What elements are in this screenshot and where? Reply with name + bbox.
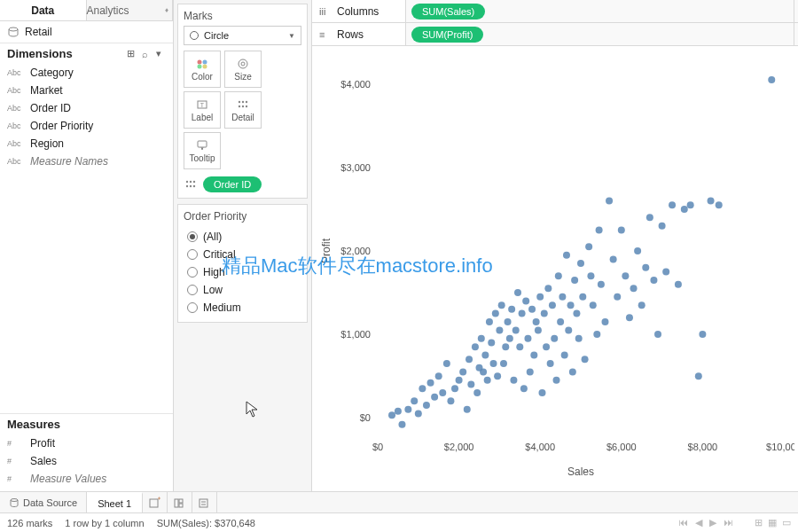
svg-point-126 [642, 264, 649, 271]
nav-next-icon[interactable]: ▶ [709, 517, 716, 528]
status-bar: 126 marks 1 row by 1 column SUM(Sales): … [0, 512, 798, 532]
field-name: Measure Names [30, 155, 108, 168]
svg-point-118 [610, 255, 617, 262]
view-cards-icon[interactable]: ⊞ [755, 517, 763, 528]
svg-point-90 [543, 343, 550, 350]
filter-option-label: Low [203, 284, 223, 296]
field-item[interactable]: #Profit [0, 434, 173, 452]
field-item[interactable]: AbcRegion [0, 135, 173, 153]
tab-analytics[interactable]: Analytics ♦ [87, 0, 174, 20]
svg-text:$2,000: $2,000 [340, 246, 371, 256]
marks-label-button[interactable]: T Label [184, 91, 221, 129]
svg-text:$3,000: $3,000 [340, 162, 371, 173]
new-story-button[interactable] [192, 492, 217, 512]
svg-point-55 [472, 343, 479, 350]
svg-text:$0: $0 [360, 412, 371, 423]
search-icon[interactable]: ⌕ [137, 49, 152, 59]
tooltip-icon [195, 139, 209, 152]
svg-point-104 [571, 277, 578, 284]
field-item[interactable]: AbcMeasure Names [0, 153, 173, 170]
field-item[interactable]: AbcCategory [0, 64, 173, 82]
rows-shelf-label: Rows [337, 28, 364, 41]
field-type-icon: Abc [7, 68, 25, 77]
rows-pill[interactable]: SUM(Profit) [411, 27, 483, 43]
data-source-label: Data Source [23, 497, 77, 508]
columns-pill[interactable]: SUM(Sales) [411, 4, 485, 20]
new-dashboard-button[interactable] [168, 492, 192, 512]
svg-rect-146 [200, 499, 207, 507]
svg-point-63 [488, 340, 495, 347]
filter-option-label: Critical [203, 248, 236, 261]
svg-point-59 [480, 368, 487, 375]
view-grid2-icon[interactable]: ▦ [768, 517, 777, 528]
mark-type-select[interactable]: Circle ▼ [184, 26, 301, 45]
dimensions-title: Dimensions [7, 47, 123, 60]
columns-shelf[interactable]: iii Columns SUM(Sales) [312, 0, 798, 23]
filter-option[interactable]: Low [184, 281, 301, 299]
svg-point-68 [498, 301, 505, 309]
svg-point-69 [500, 360, 507, 367]
tab-data[interactable]: Data [0, 0, 87, 20]
field-item[interactable]: AbcOrder Priority [0, 117, 173, 135]
marks-size-button[interactable]: Size [224, 51, 262, 88]
svg-point-47 [443, 360, 450, 367]
svg-point-36 [395, 408, 402, 415]
filter-option[interactable]: Critical [184, 246, 301, 263]
svg-point-9 [239, 100, 240, 102]
filter-option[interactable]: (All) [184, 228, 301, 246]
detail-pill[interactable]: Order ID [203, 176, 262, 192]
svg-point-21 [193, 185, 195, 187]
marks-color-button[interactable]: Color [184, 51, 221, 88]
rows-shelf[interactable]: ≡ Rows SUM(Profit) [312, 23, 798, 46]
filter-option[interactable]: Medium [184, 299, 301, 317]
field-name: Order ID [30, 102, 71, 114]
field-name: Region [30, 137, 64, 150]
svg-point-64 [490, 360, 497, 367]
field-item[interactable]: AbcMarket [0, 82, 173, 99]
svg-point-42 [423, 402, 430, 409]
marks-detail-pill-row: Order ID [184, 176, 301, 192]
svg-point-84 [530, 352, 537, 359]
svg-point-66 [494, 372, 501, 379]
field-name: Sales [30, 455, 57, 467]
svg-point-51 [459, 368, 466, 375]
svg-point-10 [242, 100, 244, 102]
data-source-tab[interactable]: Data Source [0, 492, 87, 512]
nav-prev-icon[interactable]: ◀ [695, 517, 702, 528]
svg-rect-144 [179, 499, 183, 503]
nav-first-icon[interactable]: ⏮ [678, 517, 688, 528]
marks-tooltip-button[interactable]: Tooltip [184, 132, 221, 169]
filter-card-title: Order Priority [184, 210, 301, 223]
svg-point-40 [415, 410, 422, 417]
menu-caret-icon[interactable]: ▾ [152, 48, 166, 59]
svg-point-73 [508, 306, 515, 313]
field-type-icon: Abc [7, 157, 25, 166]
chart-canvas[interactable]: $0$1,000$2,000$3,000$4,000$0$2,000$4,000… [316, 51, 794, 491]
svg-point-106 [575, 335, 583, 342]
datasource-row[interactable]: Retail [0, 21, 173, 43]
radio-icon [187, 267, 198, 278]
svg-point-61 [484, 377, 491, 384]
color-icon [195, 58, 209, 70]
field-item[interactable]: AbcOrder ID [0, 99, 173, 117]
field-item[interactable]: #Measure Values [0, 470, 173, 488]
field-item[interactable]: #Sales [0, 452, 173, 470]
measures-list: #Profit#Sales#Measure Values [0, 434, 173, 491]
nav-last-icon[interactable]: ⏭ [724, 517, 733, 528]
svg-point-127 [646, 214, 653, 221]
sheet1-tab[interactable]: Sheet 1 [87, 492, 143, 512]
svg-point-60 [481, 352, 489, 359]
field-name: Profit [30, 437, 55, 450]
marks-label-label: Label [192, 113, 213, 122]
view-grid-icon[interactable]: ⊞ [123, 48, 137, 59]
svg-point-89 [541, 310, 548, 317]
marks-detail-button[interactable]: Detail [224, 91, 262, 129]
field-type-icon: Abc [7, 86, 25, 95]
svg-point-109 [582, 356, 589, 363]
nav-controls[interactable]: ⏮ ◀ ▶ ⏭ [678, 517, 733, 528]
filter-option[interactable]: High [184, 263, 301, 281]
svg-point-74 [510, 377, 517, 384]
new-worksheet-button[interactable] [143, 492, 168, 512]
view-presentation-icon[interactable]: ▭ [782, 517, 791, 528]
filter-option-label: High [203, 266, 225, 278]
